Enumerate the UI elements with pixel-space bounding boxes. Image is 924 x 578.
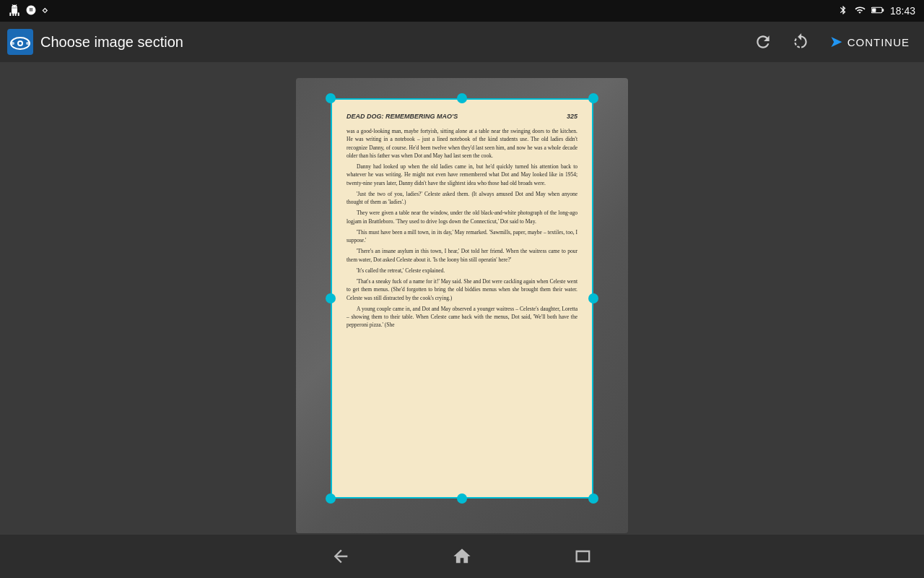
main-content: DEAD DOG: REMEMBERING MAO'S 325 was a go… (0, 62, 924, 535)
svg-point-6 (19, 42, 22, 45)
toolbar: Choose image section ➤ CONTINUE (0, 22, 924, 62)
crop-handle-top-middle[interactable] (457, 93, 467, 103)
page-container: DEAD DOG: REMEMBERING MAO'S 325 was a go… (325, 92, 599, 504)
android-icon (9, 4, 20, 18)
toolbar-actions: ➤ CONTINUE (746, 25, 918, 59)
back-button[interactable] (323, 539, 358, 574)
wifi-icon (854, 5, 866, 17)
crop-handle-middle-left[interactable] (326, 293, 336, 303)
continue-label: CONTINUE (847, 36, 910, 48)
svg-rect-2 (882, 9, 884, 12)
bottom-navigation (0, 535, 924, 578)
crop-handle-bottom-middle[interactable] (457, 493, 467, 504)
crop-handle-top-right[interactable] (588, 93, 598, 103)
app-logo (6, 27, 35, 56)
rotate-button[interactable] (783, 25, 818, 59)
time-display: 18:43 (890, 5, 915, 17)
crop-border (331, 98, 593, 499)
bluetooth-icon (838, 5, 848, 17)
home-button[interactable] (445, 539, 479, 574)
continue-arrow-icon: ➤ (829, 33, 843, 51)
svg-rect-7 (11, 42, 14, 45)
crop-handle-top-left[interactable] (326, 93, 336, 103)
continue-button[interactable]: ➤ CONTINUE (821, 25, 918, 59)
crop-overlay[interactable] (325, 92, 599, 504)
headset-icon (26, 5, 36, 17)
svg-rect-1 (872, 8, 876, 12)
svg-rect-8 (26, 42, 30, 45)
recents-button[interactable] (566, 539, 601, 574)
page-title: Choose image section (40, 34, 746, 51)
rotate-icon (42, 5, 52, 17)
crop-handle-bottom-left[interactable] (326, 493, 336, 504)
crop-handle-bottom-right[interactable] (588, 493, 598, 504)
battery-icon (871, 6, 884, 17)
status-bar: 18:43 (0, 0, 924, 22)
crop-handle-middle-right[interactable] (588, 293, 598, 303)
refresh-button[interactable] (746, 25, 780, 59)
